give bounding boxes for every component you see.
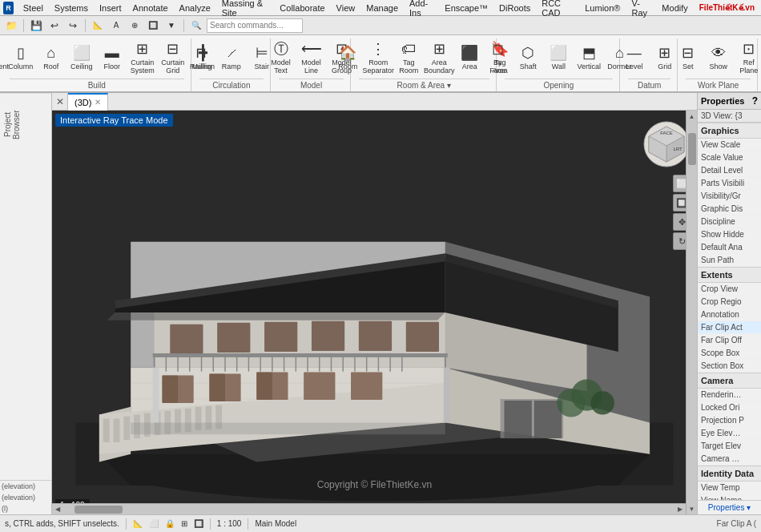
railing-btn[interactable]: ⊓ Railing: [187, 40, 215, 75]
prop-view-scale[interactable]: View Scale: [698, 139, 761, 151]
search-btn[interactable]: 🔍: [188, 18, 204, 34]
prop-graphic-display[interactable]: Graphic Dis: [698, 203, 761, 216]
viewport-canvas[interactable]: Interactive Ray Trace Mode: [52, 111, 697, 514]
scroll-down-btn[interactable]: ▼: [687, 503, 698, 514]
floor-btn[interactable]: ▬ Floor: [98, 40, 127, 75]
snap-btn[interactable]: 🔲: [145, 18, 161, 34]
ceiling-btn[interactable]: ⬜ Ceiling: [67, 40, 96, 75]
curtain-grid-btn[interactable]: ⊟ Curtain Grid: [159, 40, 187, 75]
room-btn[interactable]: 🏠 Room: [333, 40, 362, 75]
prop-annotation[interactable]: Annotation: [698, 308, 761, 321]
save-btn[interactable]: 💾: [28, 18, 44, 34]
search-input[interactable]: [207, 18, 303, 33]
menu-item-addins[interactable]: Add-Ins: [405, 0, 438, 19]
viewport-tab-3d[interactable]: (3D) ✕: [68, 93, 108, 111]
prop-default-analysis[interactable]: Default Ana: [698, 241, 761, 254]
viewport-tab-close-btn[interactable]: ✕: [95, 98, 101, 107]
align-btn[interactable]: ⊕: [127, 18, 143, 34]
menu-item-modify[interactable]: Modify: [657, 2, 692, 14]
curtain-system-btn[interactable]: ⊞ Curtain System: [128, 40, 157, 75]
shaft-btn[interactable]: ⬡ Shaft: [513, 40, 542, 75]
prop-section-box[interactable]: Section Box: [698, 360, 761, 373]
viewport-close-all-btn[interactable]: ✕: [52, 93, 68, 111]
prop-detail-level[interactable]: Detail Level: [698, 164, 761, 177]
prop-target-elevation[interactable]: Target Elev: [698, 440, 761, 453]
wall-opening-btn[interactable]: ⬜ Wall: [544, 40, 573, 75]
column-btn[interactable]: ▯ Column: [6, 40, 35, 75]
graphics-section-header[interactable]: Graphics: [698, 123, 761, 139]
prop-crop-view[interactable]: Crop View: [698, 283, 761, 296]
prop-projection[interactable]: Projection P: [698, 414, 761, 427]
menu-item-systems[interactable]: Systems: [50, 2, 93, 14]
menu-item-rcccad[interactable]: RCC CAD: [537, 0, 578, 19]
prop-camera-position[interactable]: Camera Pos: [698, 453, 761, 466]
properties-link[interactable]: Properties ▾: [698, 500, 761, 514]
annotate-btn[interactable]: A: [108, 18, 124, 34]
scroll-thumb-v[interactable]: [688, 133, 696, 165]
more-tools-btn[interactable]: ▼: [163, 18, 179, 34]
scroll-left-btn[interactable]: ◀: [52, 504, 63, 515]
prop-far-clip-active[interactable]: Far Clip Act: [698, 321, 761, 334]
prop-eye-elevation[interactable]: Eye Elevatio: [698, 427, 761, 440]
project-browser-tab[interactable]: Project Browser: [0, 93, 51, 157]
set-workplane-btn[interactable]: ⊟ Set: [674, 40, 703, 75]
prop-view-name[interactable]: View Name: [698, 494, 761, 500]
redo-btn[interactable]: ↪: [65, 18, 81, 34]
measure-btn[interactable]: 📐: [90, 18, 106, 34]
menu-item-enscape[interactable]: Enscape™: [440, 2, 493, 14]
scroll-right-btn[interactable]: ▶: [674, 504, 686, 515]
menu-item-steel[interactable]: Steel: [18, 2, 48, 14]
menu-item-vray[interactable]: V-Ray: [626, 0, 655, 19]
tag-room-btn[interactable]: 🏷 Tag Room: [394, 40, 423, 75]
prop-scope-box[interactable]: Scope Box: [698, 347, 761, 360]
scrollbar-horizontal[interactable]: ◀ ▶: [52, 503, 686, 514]
prop-view-template[interactable]: View Temp: [698, 482, 761, 494]
model-text-btn[interactable]: Ⓣ Model Text: [267, 40, 296, 75]
properties-scroll-area[interactable]: Graphics View Scale Scale Value Detail L…: [698, 123, 761, 500]
status-icon-2[interactable]: ⬜: [149, 519, 159, 528]
area-boundary-btn[interactable]: ⊞ Area Boundary: [425, 40, 453, 75]
status-icon-5[interactable]: 🔲: [194, 519, 203, 528]
menu-item-insert[interactable]: Insert: [95, 2, 127, 14]
prop-show-hidden[interactable]: Show Hidde: [698, 228, 761, 241]
scroll-up-btn[interactable]: ▲: [687, 111, 698, 122]
scroll-thumb-h[interactable]: [74, 506, 123, 514]
component-btn[interactable]: 🪟 Component: [0, 40, 5, 75]
properties-help-icon[interactable]: ?: [752, 95, 758, 107]
menu-item-annotate[interactable]: Annotate: [128, 2, 173, 14]
level-btn[interactable]: — Level: [620, 40, 649, 75]
prop-parts-visibility[interactable]: Parts Visibili: [698, 177, 761, 190]
prop-discipline[interactable]: Discipline: [698, 216, 761, 228]
menu-item-lumion[interactable]: Lumion®: [580, 2, 625, 14]
prop-rendering-settings[interactable]: Rendering S: [698, 389, 761, 401]
roof-btn[interactable]: ⌂ Roof: [37, 40, 66, 75]
show-workplane-btn[interactable]: 👁 Show: [704, 40, 733, 75]
prop-scale-value[interactable]: Scale Value: [698, 151, 761, 164]
camera-section-header[interactable]: Camera: [698, 373, 761, 389]
vertical-btn[interactable]: ⬒ Vertical: [574, 40, 603, 75]
prop-crop-region[interactable]: Crop Regio: [698, 296, 761, 308]
prop-far-clip-offset[interactable]: Far Clip Off: [698, 334, 761, 347]
menu-item-view[interactable]: View: [332, 2, 360, 14]
extents-section-header[interactable]: Extents: [698, 267, 761, 283]
prop-locked-orientation[interactable]: Locked Ori: [698, 401, 761, 414]
status-icon-1[interactable]: 📐: [133, 519, 143, 528]
by-face-btn[interactable]: ◻ By Face: [483, 40, 512, 75]
menu-item-massing[interactable]: Massing & Site: [217, 0, 274, 19]
menu-item-collaborate[interactable]: Collaborate: [275, 2, 329, 14]
room-separator-btn[interactable]: ⋮ Room Separator: [364, 40, 393, 75]
prop-visibility-graphics[interactable]: Visibility/Gr: [698, 190, 761, 203]
prop-sun-path[interactable]: Sun Path: [698, 254, 761, 267]
status-icon-4[interactable]: ⊞: [181, 519, 187, 528]
ramp-btn[interactable]: ⟋ Ramp: [217, 40, 246, 75]
menu-item-diroots[interactable]: DiRoots: [494, 2, 535, 14]
status-icon-3[interactable]: 🔒: [165, 519, 175, 528]
undo-btn[interactable]: ↩: [46, 18, 62, 34]
file-menu-btn[interactable]: 📁: [3, 18, 19, 34]
menu-item-manage[interactable]: Manage: [361, 2, 403, 14]
ref-plane-btn[interactable]: ⊡ Ref Plane: [735, 40, 761, 75]
area-btn[interactable]: ⬛ Area: [455, 40, 484, 75]
navigation-cube[interactable]: FACE LRT: [642, 120, 691, 168]
menu-item-analyze[interactable]: Analyze: [175, 2, 215, 14]
identity-data-section-header[interactable]: Identity Data: [698, 466, 761, 482]
